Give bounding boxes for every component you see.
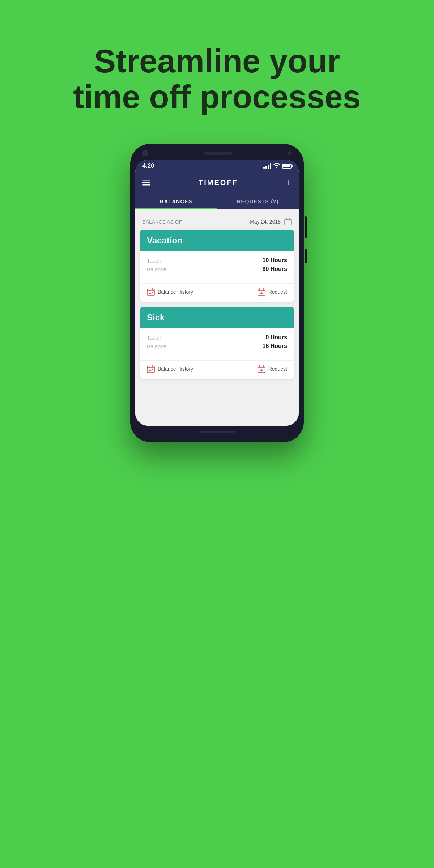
phone-bottom	[135, 426, 299, 435]
sick-balance-history-icon	[147, 365, 155, 373]
phone-top	[135, 150, 299, 160]
vacation-taken-row: Taken 10 Hours	[147, 257, 287, 264]
sick-taken-row: Taken 0 Hours	[147, 334, 287, 341]
vacation-card-body: Taken 10 Hours Balance 80 Hours	[140, 251, 294, 280]
vacation-history-button[interactable]: Balance History	[147, 288, 193, 296]
wifi-icon	[273, 163, 280, 169]
sick-history-label: Balance History	[158, 366, 193, 372]
app-header: TIMEOFF +	[135, 172, 299, 193]
signal-bar-4	[270, 163, 271, 169]
vacation-card: Vacation Taken 10 Hours Balance 80 Hours	[140, 230, 294, 302]
sick-title: Sick	[147, 312, 165, 322]
battery-icon	[282, 164, 292, 169]
sick-balance-label: Balance	[147, 343, 166, 349]
app-title: TIMEOFF	[199, 179, 238, 187]
vacation-balance-row: Balance 80 Hours	[147, 266, 287, 272]
volume-button	[305, 216, 307, 238]
battery-fill	[283, 165, 290, 167]
hero-title: Streamline your time off processes	[73, 43, 361, 115]
sensor	[287, 151, 292, 156]
home-bar	[199, 431, 235, 433]
sick-request-icon	[258, 365, 265, 373]
signal-bar-1	[263, 167, 265, 169]
vacation-balance-label: Balance	[147, 266, 166, 272]
vacation-request-label: Request	[268, 289, 287, 295]
svg-rect-17	[147, 366, 154, 373]
content-area: BALANCE AS OF May 24, 2018 Va	[135, 209, 299, 426]
speaker	[203, 152, 232, 155]
sick-taken-value: 0 Hours	[265, 334, 287, 341]
sick-card: Sick Taken 0 Hours Balance 16 Hours	[140, 307, 294, 379]
phone-mockup: 4:20	[130, 144, 304, 442]
vacation-taken-value: 10 Hours	[263, 257, 287, 264]
status-time: 4:20	[142, 163, 154, 169]
svg-rect-2	[142, 184, 150, 186]
phone-screen: 4:20	[135, 160, 299, 426]
svg-rect-7	[147, 289, 154, 295]
svg-rect-1	[142, 182, 150, 183]
status-icons	[263, 163, 292, 169]
vacation-request-button[interactable]: Request	[258, 288, 287, 296]
power-button	[305, 249, 307, 263]
hero-section: Streamline your time off processes	[44, 0, 390, 137]
vacation-card-actions: Balance History Request	[140, 283, 294, 302]
signal-bars-icon	[263, 163, 271, 169]
svg-rect-3	[285, 219, 291, 225]
balance-history-icon	[147, 288, 155, 296]
balance-as-of-label: BALANCE AS OF	[142, 219, 182, 225]
sick-taken-label: Taken	[147, 335, 161, 341]
sick-card-body: Taken 0 Hours Balance 16 Hours	[140, 328, 294, 357]
sick-balance-value: 16 Hours	[263, 343, 287, 349]
vacation-title: Vacation	[147, 235, 183, 245]
sick-history-button[interactable]: Balance History	[147, 365, 193, 373]
hamburger-icon[interactable]	[142, 178, 150, 188]
sick-request-label: Request	[268, 366, 287, 372]
bottom-spacer	[140, 384, 294, 420]
balance-header: BALANCE AS OF May 24, 2018	[140, 215, 294, 230]
signal-bar-2	[265, 166, 267, 169]
tab-balances[interactable]: BALANCES	[135, 193, 217, 209]
vacation-balance-value: 80 Hours	[263, 266, 287, 272]
calendar-icon[interactable]	[284, 218, 292, 225]
add-button[interactable]: +	[286, 177, 292, 188]
sick-card-header: Sick	[140, 307, 294, 328]
vacation-card-header: Vacation	[140, 230, 294, 251]
vacation-taken-label: Taken	[147, 258, 161, 264]
status-bar: 4:20	[135, 160, 299, 172]
tabs: BALANCES REQUESTS (2)	[135, 193, 299, 209]
svg-rect-0	[142, 180, 150, 181]
balance-date: May 24, 2018	[250, 219, 281, 225]
sick-card-actions: Balance History Request	[140, 360, 294, 379]
vacation-history-label: Balance History	[158, 289, 193, 295]
phone-shell: 4:20	[130, 144, 304, 442]
sick-request-button[interactable]: Request	[258, 365, 287, 373]
request-icon	[258, 288, 265, 296]
tab-requests[interactable]: REQUESTS (2)	[217, 193, 299, 209]
signal-bar-3	[268, 165, 269, 169]
sick-balance-row: Balance 16 Hours	[147, 343, 287, 349]
front-camera	[142, 150, 148, 156]
